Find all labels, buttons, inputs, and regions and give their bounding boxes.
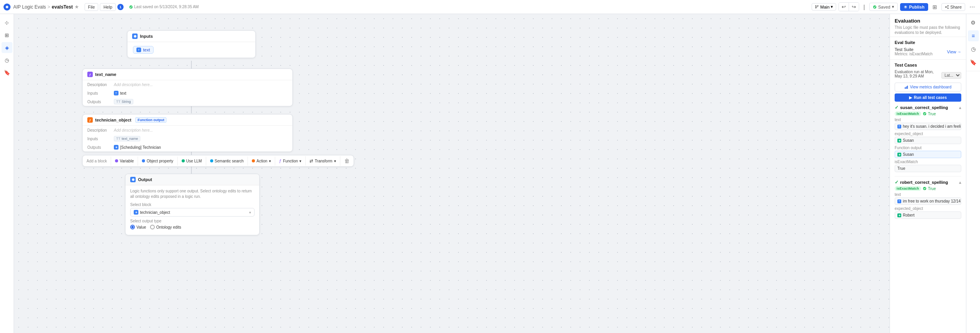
rp-settings-icon[interactable]: ⚙: [968, 17, 979, 28]
function-label: Function: [283, 159, 298, 163]
undo-button[interactable]: ↩: [839, 3, 849, 11]
add-function-button[interactable]: ƒ Function ▾: [275, 156, 306, 166]
layout-icon[interactable]: ⊞: [930, 3, 939, 11]
transform-icon: ⇄: [310, 159, 313, 164]
chip-icon: T: [136, 48, 141, 52]
tc-robert-collapse-button[interactable]: ▴: [959, 180, 961, 185]
textname-header: ƒ text_name: [83, 69, 292, 80]
select-block-dropdown[interactable]: ◈ technician_object ▾: [130, 208, 255, 217]
lat-select[interactable]: Lat...: [941, 72, 961, 79]
eval-panel-subtitle: This Logic file must pass the following …: [895, 25, 961, 35]
select-output-label: Select output type: [130, 219, 255, 223]
add-block-label: Add a block: [83, 157, 111, 166]
add-variable-button[interactable]: Variable: [111, 157, 138, 166]
app-logo: [3, 3, 11, 11]
sidebar-grid-icon[interactable]: ⊞: [2, 30, 12, 41]
variable-dot: [115, 159, 118, 162]
canvas-inner: ⬢ Inputs T text ƒ text_name: [22, 22, 882, 294]
rp-eval-icon[interactable]: ≡: [968, 30, 979, 41]
tc-susan-collapse-button[interactable]: ▴: [959, 105, 961, 110]
app-name[interactable]: AIP Logic Evals: [13, 4, 46, 10]
rp-bookmark-icon[interactable]: 🔖: [968, 57, 979, 68]
techobj-badge: Function output: [135, 117, 166, 123]
test-cases-section: Test Cases Evaluation run at Mon, May 13…: [890, 60, 966, 226]
tc-robert-text-content: im free to work on thursday 12/14. - rob…: [903, 199, 961, 203]
publish-label: Publish: [909, 5, 925, 9]
desc-value[interactable]: Add description here...: [114, 83, 153, 87]
add-use-llm-button[interactable]: Use LLM: [178, 157, 206, 166]
techobj-title: technician_object: [95, 118, 131, 122]
inputs-title: Inputs: [140, 34, 153, 39]
tc-susan-function-label: Function output: [895, 146, 961, 150]
techobj-desc-value[interactable]: Add description here...: [114, 128, 153, 132]
main-branch-select[interactable]: Main ▾: [812, 3, 836, 11]
output-icon: ⬢: [130, 177, 136, 182]
action-dot: [252, 159, 255, 162]
tc-robert-badge-check-icon: [923, 187, 927, 190]
save-check-icon: [873, 5, 877, 9]
chart-icon: [904, 85, 908, 89]
sidebar-node-icon[interactable]: ◈: [2, 42, 12, 53]
input-chip-label: text: [143, 48, 150, 52]
more-options-icon[interactable]: ⋯: [968, 3, 977, 11]
publish-button[interactable]: Publish: [900, 3, 928, 11]
sidebar-bookmark-icon[interactable]: 🔖: [2, 67, 12, 78]
file-menu[interactable]: File: [85, 3, 99, 11]
tc-robert-text-icon: T: [897, 199, 901, 203]
techobj-inputs-value: TT text_name: [114, 136, 140, 141]
eval-suite-metric: Metrics: isExactMatch: [895, 52, 932, 56]
function-fx-icon: ƒ: [279, 159, 281, 163]
output-header: ⬢ Output: [126, 174, 259, 185]
test-case-susan: ✓ susan_correct_spelling ▴ isExactMatch …: [895, 105, 961, 172]
help-menu[interactable]: Help: [100, 3, 116, 11]
tc-divider: [895, 176, 961, 176]
right-icon-panel: ⚙ ≡ ◷ 🔖: [966, 14, 980, 333]
techobj-input-type: TT text_name: [114, 136, 140, 141]
topbar-actions: Main ▾ ↩ ↪ | Saved ▾ Publish ⊞ Share ⋯: [812, 2, 977, 11]
run-all-button[interactable]: ▶ Run all test cases: [895, 93, 961, 102]
svg-rect-16: [907, 86, 908, 89]
tc-robert-expected-content: Robert: [903, 213, 915, 217]
tc-susan-badge: isExactMatch: [895, 111, 921, 116]
inputs-body: T text: [127, 42, 255, 58]
svg-point-8: [945, 6, 946, 7]
rp-clock-icon[interactable]: ◷: [968, 44, 979, 55]
sidebar-cursor-icon[interactable]: ⊹: [2, 17, 12, 28]
publish-icon: [904, 5, 907, 9]
star-icon[interactable]: ★: [74, 4, 79, 10]
object-property-label: Object property: [147, 159, 173, 163]
redo-button[interactable]: ↪: [849, 3, 859, 11]
share-label: Share: [950, 5, 962, 9]
evaluation-panel: Evaluation This Logic file must pass the…: [890, 14, 966, 333]
canvas-content[interactable]: ⬢ Inputs T text ƒ text_name: [14, 14, 890, 333]
add-action-button[interactable]: Action ▾: [248, 157, 275, 166]
delete-block-button[interactable]: 🗑: [340, 155, 354, 166]
tc-susan-text-label: text: [895, 118, 961, 122]
transform-chevron: ▾: [334, 159, 336, 163]
tc-susan-text-content: hey it's susan. i decided i am feeling b…: [903, 124, 961, 129]
textname-title: text_name: [95, 72, 116, 77]
add-transform-button[interactable]: ⇄ Transform ▾: [306, 156, 340, 166]
radio-ontology[interactable]: Ontology edits: [150, 225, 181, 229]
sidebar-clock-icon[interactable]: ◷: [2, 55, 12, 65]
eval-view-button[interactable]: View →: [947, 49, 961, 54]
radio-value-dot: [130, 225, 135, 229]
tc-susan-expected-label: expected_object: [895, 132, 961, 136]
add-semantic-search-button[interactable]: Semantic search: [206, 157, 248, 166]
tc-susan-isexact-value: True: [895, 165, 961, 172]
add-object-property-button[interactable]: Object property: [138, 157, 177, 166]
text-name-node: ƒ text_name Description Add description …: [82, 69, 293, 106]
canvas-area: ⬢ Inputs T text ƒ text_name: [14, 14, 890, 333]
tc-susan-badge-check-icon: [923, 112, 927, 116]
view-metrics-button[interactable]: View metrics dashboard: [895, 83, 961, 92]
eval-suite-name-metric: Test Suite Metrics: isExactMatch: [895, 47, 932, 56]
saved-button[interactable]: Saved ▾: [869, 3, 898, 11]
share-button[interactable]: Share: [941, 3, 965, 11]
topbar: AIP Logic Evals > evalsTest ★ File Help …: [0, 0, 980, 14]
radio-value[interactable]: Value: [130, 225, 146, 229]
tc-susan-check-icon: ✓: [895, 105, 899, 110]
tc-susan-expected-icon: ◈: [897, 139, 901, 143]
output-select-block-row: Select block ◈ technician_object ▾: [130, 203, 255, 217]
eval-suite-title: Eval Suite: [895, 40, 961, 45]
textname-outputs-row: Outputs TT String: [83, 97, 292, 106]
